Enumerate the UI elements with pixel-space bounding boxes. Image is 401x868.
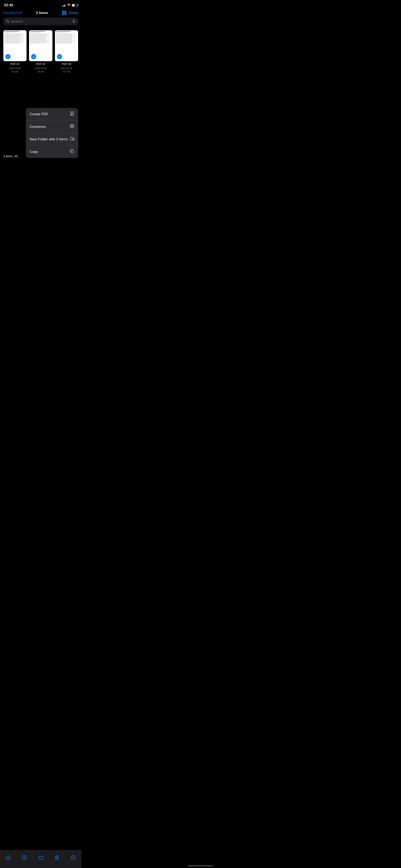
done-button[interactable]: Done — [69, 11, 78, 15]
microphone-icon[interactable] — [72, 19, 75, 24]
file-thumbnail-pdf03: ✓ — [55, 30, 78, 61]
nav-bar: Deselect All 3 Items Done — [0, 9, 82, 18]
compress-icon — [70, 124, 74, 129]
deselect-all-button[interactable]: Deselect All — [3, 11, 22, 15]
file-item-pdf02[interactable]: ✓ PDF 02 2020-04-2586 KB — [29, 30, 52, 73]
status-icons — [62, 4, 77, 7]
svg-text:PDF: PDF — [71, 115, 73, 116]
new-folder-icon — [70, 136, 74, 142]
file-item-pdf03[interactable]: ✓ PDF 03 2020-04-25117 KB — [55, 30, 78, 73]
file-name-pdf03: PDF 03 — [62, 62, 71, 66]
bottom-status: 3 items, 40. — [3, 155, 19, 158]
context-menu-compress[interactable]: Compress — [26, 121, 78, 133]
file-name-pdf02: PDF 02 — [36, 62, 45, 66]
file-item-pdf01[interactable]: ✓ PDF 01 2020-04-2589 KB — [3, 30, 27, 73]
context-menu-copy[interactable]: Copy — [26, 146, 78, 158]
svg-line-1 — [8, 22, 9, 23]
nav-right: Done — [62, 11, 78, 15]
file-meta-pdf03: 2020-04-25117 KB — [61, 67, 72, 73]
search-icon — [6, 20, 9, 23]
search-input[interactable] — [11, 20, 70, 24]
file-name-pdf01: PDF 01 — [10, 62, 20, 66]
signal-icon — [62, 4, 66, 7]
files-grid: ✓ PDF 01 2020-04-2589 KB — [0, 29, 82, 75]
status-time: 02:45 — [4, 3, 13, 7]
context-menu-new-folder[interactable]: New Folder with 3 Items — [26, 133, 78, 146]
battery-icon — [72, 4, 77, 7]
file-thumbnail-pdf02: ✓ — [29, 30, 52, 61]
grid-view-button[interactable] — [62, 11, 66, 15]
selected-badge-pdf03: ✓ — [57, 54, 62, 60]
file-meta-pdf02: 2020-04-2586 KB — [35, 67, 47, 73]
wifi-icon — [67, 4, 70, 7]
create-pdf-icon: PDF — [70, 111, 74, 117]
svg-rect-7 — [70, 124, 74, 128]
svg-rect-8 — [71, 125, 73, 127]
status-bar: 02:45 — [0, 0, 82, 9]
nav-title: 3 Items — [36, 11, 48, 15]
file-meta-pdf01: 2020-04-2589 KB — [9, 67, 21, 73]
context-menu-create-pdf[interactable]: Create PDF PDF — [26, 108, 78, 121]
svg-rect-2 — [73, 20, 74, 21]
svg-rect-11 — [71, 151, 74, 153]
search-bar[interactable] — [3, 18, 78, 25]
file-thumbnail-pdf01: ✓ — [3, 30, 27, 61]
copy-icon — [70, 149, 74, 155]
context-menu: Create PDF PDF Compress New Folder with … — [26, 108, 78, 158]
